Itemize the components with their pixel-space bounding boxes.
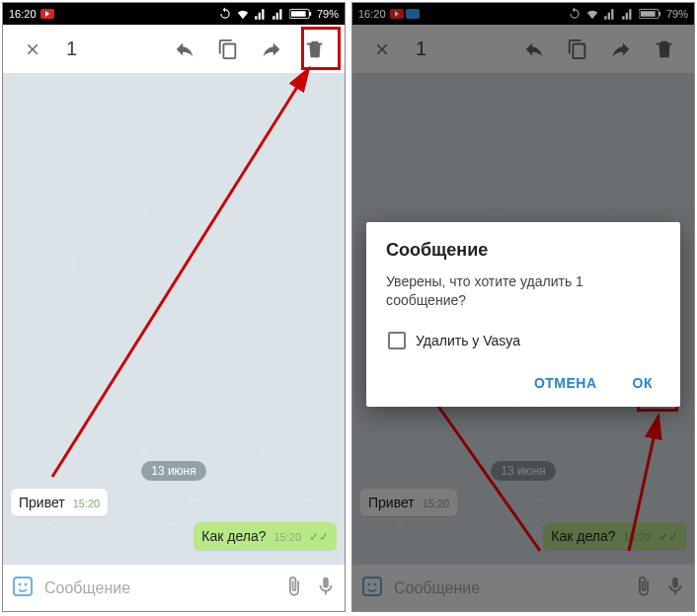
delete-button[interactable]: [295, 30, 335, 69]
message-input[interactable]: Сообщение: [44, 579, 273, 597]
signal2-icon: [271, 7, 285, 21]
incoming-bubble[interactable]: Привет 15:20: [11, 489, 108, 516]
reply-button[interactable]: [165, 30, 204, 69]
checkbox-icon[interactable]: [388, 332, 406, 349]
message-row-incoming[interactable]: Привет 15:20: [11, 489, 337, 516]
copy-button[interactable]: [208, 30, 248, 69]
right-screenshot: 16:20 79% 1 13 июня Привет: [351, 2, 695, 612]
wifi-icon: [236, 7, 250, 21]
sync-icon: [218, 7, 232, 21]
svg-point-5: [25, 582, 28, 585]
dialog-body: Уверены, что хотите удалить 1 сообщение?: [386, 272, 660, 310]
selected-count: 1: [66, 38, 161, 60]
youtube-notif-icon: [40, 9, 54, 19]
msg-text: Привет: [19, 495, 65, 510]
left-screenshot: 16:20 79% 1 13: [2, 2, 346, 612]
msg-time: 15:20: [273, 531, 301, 543]
svg-rect-2: [291, 11, 306, 17]
signal-icon: [254, 7, 268, 21]
ok-button[interactable]: ОК: [625, 369, 660, 397]
msg-time: 15:20: [73, 498, 101, 509]
statusbar: 16:20 79%: [3, 3, 345, 25]
svg-rect-3: [14, 578, 32, 595]
battery-pct: 79%: [317, 8, 339, 20]
forward-button[interactable]: [252, 30, 291, 69]
msg-text: Как дела?: [201, 528, 266, 544]
message-row-outgoing[interactable]: Как дела? 15:20 ✓✓: [11, 522, 337, 550]
chat-area[interactable]: 13 июня Привет 15:20 Как дела? 15:20 ✓✓: [3, 74, 345, 564]
checkbox-label: Удалить у Vasya: [416, 333, 520, 348]
delete-dialog: Сообщение Уверены, что хотите удалить 1 …: [366, 222, 680, 407]
attach-button[interactable]: [283, 576, 305, 601]
battery-icon: [289, 8, 313, 20]
status-time: 16:20: [9, 8, 37, 20]
close-button[interactable]: [13, 30, 52, 69]
date-separator: 13 июня: [141, 461, 206, 481]
sticker-button[interactable]: [11, 575, 35, 602]
delete-for-both-checkbox[interactable]: Удалить у Vasya: [386, 328, 660, 353]
svg-point-4: [19, 582, 22, 585]
message-input-bar: Сообщение: [3, 564, 345, 611]
mic-button[interactable]: [315, 576, 337, 601]
read-checks-icon: ✓✓: [309, 530, 329, 544]
selection-toolbar: 1: [3, 25, 345, 74]
dialog-title: Сообщение: [386, 240, 660, 261]
outgoing-bubble[interactable]: Как дела? 15:20 ✓✓: [194, 522, 337, 550]
cancel-button[interactable]: ОТМЕНА: [526, 369, 605, 397]
svg-rect-1: [309, 12, 311, 16]
